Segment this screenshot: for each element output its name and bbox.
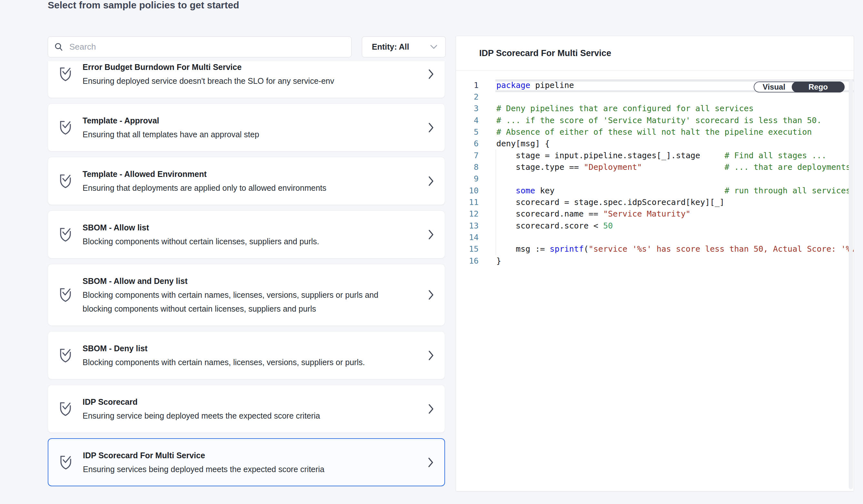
policy-card[interactable]: SBOM - Deny listBlocking components with… xyxy=(48,331,445,379)
policy-text: Template - ApprovalEnsuring that all tem… xyxy=(83,114,387,141)
policy-card[interactable]: Error Budget Burndown For Multi ServiceE… xyxy=(48,61,445,98)
code-token xyxy=(642,163,725,172)
tab-visual[interactable]: Visual xyxy=(754,82,794,92)
line-number: 10 xyxy=(456,186,478,195)
policy-chevron-col xyxy=(421,457,434,468)
chevron-down-icon xyxy=(430,44,438,50)
code-token: stage.type == xyxy=(496,163,584,172)
code-text: scorecard = stage.spec.idpScorecard[key]… xyxy=(478,197,724,207)
chevron-right-icon xyxy=(428,68,434,80)
line-number: 8 xyxy=(456,163,478,172)
shield-check-icon xyxy=(58,347,73,363)
line-number: 15 xyxy=(456,244,478,254)
policy-card[interactable]: Template - Allowed EnvironmentEnsuring t… xyxy=(48,157,445,205)
code-token: "Service Maturity" xyxy=(603,209,690,219)
line-number: 4 xyxy=(456,116,478,125)
code-token: 50 xyxy=(603,221,613,230)
chevron-right-icon xyxy=(428,229,434,241)
code-editor[interactable]: 1package pipeline23# Deny pipelines that… xyxy=(456,70,854,491)
policy-text: Error Budget Burndown For Multi ServiceE… xyxy=(83,61,387,88)
code-token: # Absence of either of these will not ha… xyxy=(496,127,812,137)
policy-chevron-col xyxy=(422,122,434,133)
line-number: 2 xyxy=(456,92,478,102)
code-text: some key # run through all services xyxy=(478,186,851,195)
policy-description: Blocking components with certain names, … xyxy=(83,356,387,369)
code-token: "service '%s' has score less than 50, Ac… xyxy=(589,244,854,254)
line-number: 12 xyxy=(456,209,478,219)
line-number: 6 xyxy=(456,139,478,148)
code-line: 9 xyxy=(456,173,854,185)
code-text: package pipeline xyxy=(478,80,574,90)
code-token: "Deployment" xyxy=(584,163,642,172)
policy-chevron-col xyxy=(422,289,434,301)
code-line: 10 some key # run through all services xyxy=(456,185,854,196)
entity-filter-label: Entity: All xyxy=(372,42,409,52)
code-line: 15 msg := sprintf("service '%s' has scor… xyxy=(456,243,854,255)
chevron-right-icon xyxy=(428,289,434,301)
shield-check-icon xyxy=(58,119,73,136)
policy-text: IDP Scorecard For Multi ServiceEnsuring … xyxy=(83,448,388,476)
code-token: sprintf xyxy=(550,244,584,254)
line-number: 5 xyxy=(456,127,478,137)
code-token: key xyxy=(535,186,724,195)
page-title: Select from sample policies to get start… xyxy=(48,0,239,12)
policy-icon-col xyxy=(48,227,83,243)
policy-card[interactable]: Template - ApprovalEnsuring that all tem… xyxy=(48,103,445,152)
policy-title: Error Budget Burndown For Multi Service xyxy=(83,61,387,74)
code-token: ( xyxy=(584,244,589,254)
policy-text: SBOM - Allow listBlocking components wit… xyxy=(83,220,387,248)
policy-description: Ensuring deployed service doesn't breach… xyxy=(83,74,387,88)
line-number: 13 xyxy=(456,221,478,230)
shield-check-icon xyxy=(58,173,73,189)
policy-chevron-col xyxy=(422,68,434,80)
line-number: 16 xyxy=(456,256,478,266)
code-line: 2 xyxy=(456,91,854,102)
policy-chevron-col xyxy=(422,350,434,361)
code-text: scorecard.name == "Service Maturity" xyxy=(478,209,690,219)
policy-card[interactable]: IDP Scorecard For Multi ServiceEnsuring … xyxy=(48,438,445,486)
policy-card[interactable]: IDP ScorecardEnsuring service being depl… xyxy=(48,385,445,433)
policy-title: Template - Allowed Environment xyxy=(83,167,387,181)
code-token: some xyxy=(516,186,535,195)
shield-check-icon xyxy=(58,401,73,417)
policy-preview-panel: IDP Scorecard For Multi Service 1package… xyxy=(456,36,854,491)
policy-title: Template - Approval xyxy=(83,114,387,128)
search-input[interactable] xyxy=(69,41,346,52)
line-number: 1 xyxy=(456,80,478,90)
code-token: } xyxy=(496,256,501,266)
policy-card[interactable]: SBOM - Allow and Deny listBlocking compo… xyxy=(48,264,445,326)
code-text: scorecard.score < 50 xyxy=(478,221,613,230)
search-icon xyxy=(54,42,64,52)
search-box[interactable] xyxy=(48,36,351,57)
vertical-scrollbar[interactable] xyxy=(849,79,853,489)
code-token: stage = input.pipeline.stages[_].stage xyxy=(496,151,724,160)
chevron-right-icon xyxy=(428,122,434,133)
entity-filter-dropdown[interactable]: Entity: All xyxy=(362,36,446,57)
policy-chevron-col xyxy=(422,175,434,187)
policy-icon-col xyxy=(48,287,83,303)
tab-rego[interactable]: Rego xyxy=(792,81,845,92)
code-text: # Deny pipelines that are configured for… xyxy=(478,104,754,113)
code-text: # ... if the score of 'Service Maturity'… xyxy=(478,116,822,125)
code-line: 4# ... if the score of 'Service Maturity… xyxy=(456,114,854,126)
code-token: # Deny pipelines that are configured for… xyxy=(496,104,754,113)
code-line: 13 scorecard.score < 50 xyxy=(456,220,854,231)
code-line: 14 xyxy=(456,231,854,243)
policy-description: Ensuring that all templates have an appr… xyxy=(83,128,387,141)
policy-icon-col xyxy=(48,119,83,136)
policy-description: Ensuring that deployments are applied on… xyxy=(83,181,387,195)
code-token xyxy=(496,186,516,195)
line-number: 7 xyxy=(456,151,478,160)
code-line: 5# Absence of either of these will not h… xyxy=(456,126,854,138)
policy-card[interactable]: SBOM - Allow listBlocking components wit… xyxy=(48,210,445,258)
code-token: # Find all stages ... xyxy=(724,151,826,160)
policy-description: Ensuring services being deployed meets t… xyxy=(83,463,388,476)
code-token: # ... that are deployments xyxy=(724,163,850,172)
code-line: 11 scorecard = stage.spec.idpScorecard[k… xyxy=(456,196,854,208)
policy-icon-col xyxy=(48,66,83,82)
code-token: scorecard.score < xyxy=(496,221,603,230)
chevron-right-icon xyxy=(428,403,434,415)
shield-check-icon xyxy=(58,287,73,303)
policy-description: Ensuring service being deployed meets th… xyxy=(83,409,387,423)
policy-icon-col xyxy=(48,347,83,363)
